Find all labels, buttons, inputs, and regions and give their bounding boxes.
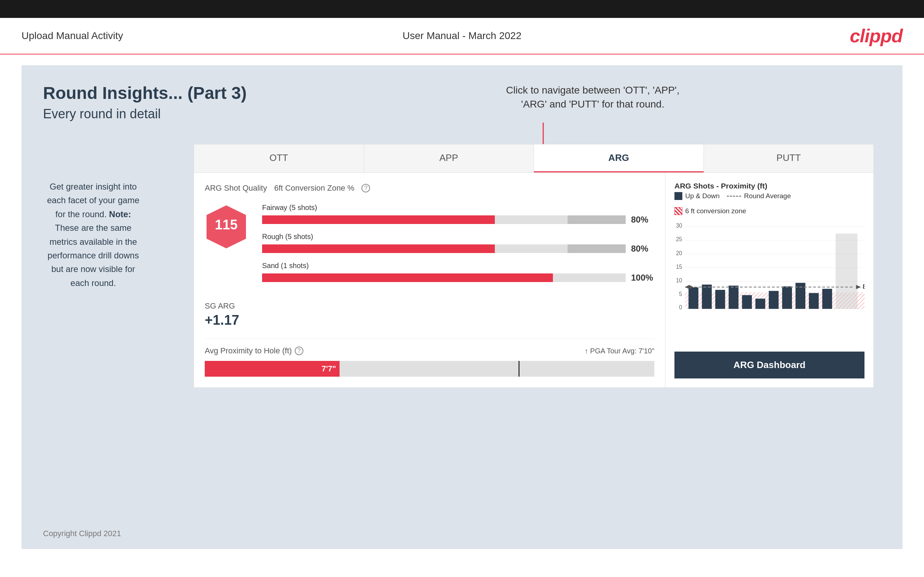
svg-rect-22 [702, 285, 712, 309]
shot-bars: Fairway (5 shots) 80% Rough ( [262, 203, 654, 291]
chart-area: 30 25 20 15 10 5 0 [674, 221, 864, 346]
footer: Copyright Clippd 2021 [43, 529, 121, 538]
header: Upload Manual Activity User Manual - Mar… [0, 18, 924, 55]
svg-rect-23 [715, 290, 725, 309]
legend-round-avg: Round Average [727, 192, 791, 200]
svg-text:25: 25 [676, 236, 682, 242]
proximity-bar-fill: 7'7" [205, 361, 339, 377]
svg-rect-32 [836, 234, 858, 309]
sg-section: SG ARG +1.17 [205, 301, 654, 328]
sand-bar-bg [262, 274, 626, 282]
tab-app[interactable]: APP [364, 144, 534, 172]
tab-arg[interactable]: ARG [534, 144, 704, 172]
svg-rect-21 [688, 287, 698, 309]
sand-pct: 100% [631, 273, 654, 283]
rough-pct: 80% [631, 244, 654, 254]
proximity-value: 7'7" [321, 364, 336, 374]
rough-label: Rough (5 shots) [262, 232, 654, 241]
legend-6ft-zone: 6 ft conversion zone [674, 207, 746, 215]
conversion-zone-label: 6ft Conversion Zone % [274, 184, 355, 193]
rough-bar-bg [262, 244, 626, 253]
proximity-bar-bg: 7'7" [205, 361, 654, 377]
legend-round-avg-label: Round Average [744, 192, 791, 200]
legend-hatch-icon [674, 207, 682, 215]
main-card: OTT APP ARG PUTT ARG Shot Quality 6ft Co… [194, 144, 874, 388]
rough-bar-fill [262, 244, 495, 253]
sand-bar-row: 100% [262, 273, 654, 283]
fairway-bar-fill [262, 215, 495, 224]
shot-quality-label: ARG Shot Quality [205, 184, 267, 193]
proximity-help-icon[interactable]: ? [295, 347, 303, 355]
shot-row-sand: Sand (1 shots) 100% [262, 262, 654, 283]
page-title: Round Insights... (Part 3) [43, 83, 881, 103]
left-panel: ARG Shot Quality 6ft Conversion Zone % ?… [194, 173, 666, 387]
shot-row-fairway: Fairway (5 shots) 80% [262, 203, 654, 225]
shot-row-rough: Rough (5 shots) 80% [262, 232, 654, 254]
chart-svg: 30 25 20 15 10 5 0 [674, 221, 864, 314]
rough-bar-gray [568, 244, 626, 253]
clippd-logo: clippd [850, 25, 903, 47]
nav-tooltip: Click to navigate between 'OTT', 'APP', … [506, 83, 680, 111]
sg-label: SG ARG [205, 301, 654, 311]
svg-text:115: 115 [215, 217, 237, 232]
fairway-bar-gray [568, 215, 626, 224]
hexagon-container: 115 [205, 203, 248, 250]
svg-rect-24 [729, 285, 738, 309]
nav-tooltip-line1: Click to navigate between 'OTT', 'APP', [506, 83, 680, 97]
svg-text:8: 8 [863, 283, 864, 290]
top-bar [0, 0, 924, 18]
svg-rect-26 [756, 298, 765, 309]
tab-putt[interactable]: PUTT [704, 144, 874, 172]
svg-text:5: 5 [679, 291, 682, 297]
hexagon-svg: 115 [205, 203, 248, 250]
fairway-bar-row: 80% [262, 215, 654, 225]
rough-bar-row: 80% [262, 244, 654, 254]
help-icon[interactable]: ? [362, 184, 370, 192]
proximity-label-text: Avg Proximity to Hole (ft) [205, 346, 292, 356]
sg-value: +1.17 [205, 313, 654, 328]
page-subtitle: Every round in detail [43, 106, 881, 121]
svg-text:20: 20 [676, 250, 682, 256]
sand-label: Sand (1 shots) [262, 262, 654, 270]
legend-up-down-label: Up & Down [685, 192, 720, 200]
chart-header: ARG Shots - Proximity (ft) [674, 182, 864, 190]
svg-text:0: 0 [679, 304, 682, 310]
svg-rect-28 [782, 286, 792, 309]
pga-avg: ↑ PGA Tour Avg: 7'10" [585, 347, 654, 355]
svg-rect-30 [809, 293, 819, 309]
upload-manual-label[interactable]: Upload Manual Activity [21, 30, 123, 42]
svg-text:10: 10 [676, 277, 682, 284]
copyright-text: Copyright Clippd 2021 [43, 529, 121, 538]
svg-text:15: 15 [676, 264, 682, 270]
panel-header: ARG Shot Quality 6ft Conversion Zone % ? [205, 184, 654, 193]
fairway-label: Fairway (5 shots) [262, 203, 654, 212]
svg-rect-25 [742, 295, 751, 309]
legend-up-down: Up & Down [674, 192, 720, 200]
manual-title: User Manual - March 2022 [403, 30, 521, 42]
arg-dashboard-btn[interactable]: ARG Dashboard [674, 351, 864, 379]
card-body: ARG Shot Quality 6ft Conversion Zone % ?… [194, 173, 874, 387]
nav-tooltip-line2: 'ARG' and 'PUTT' for that round. [506, 97, 680, 111]
proximity-section: Avg Proximity to Hole (ft) ? ↑ PGA Tour … [205, 338, 654, 377]
proximity-label: Avg Proximity to Hole (ft) ? [205, 346, 303, 356]
left-description: Get greater insight into each facet of y… [43, 180, 144, 290]
sand-bar-fill [262, 274, 553, 282]
legend-dashed-icon [727, 196, 741, 197]
svg-rect-31 [822, 289, 832, 309]
score-section: 115 Fairway (5 shots) [205, 203, 654, 291]
note-bold: Note: [109, 209, 131, 219]
main-content: Round Insights... (Part 3) Every round i… [21, 65, 903, 549]
right-panel: ARG Shots - Proximity (ft) Up & Down Rou… [666, 173, 874, 387]
proximity-header: Avg Proximity to Hole (ft) ? ↑ PGA Tour … [205, 346, 654, 356]
proximity-cursor [519, 361, 520, 377]
tabs-row: OTT APP ARG PUTT [194, 144, 874, 173]
svg-text:30: 30 [676, 222, 682, 229]
svg-marker-35 [856, 285, 861, 289]
legend-row: Up & Down Round Average 6 ft conversion … [674, 192, 864, 215]
tab-ott[interactable]: OTT [194, 144, 364, 172]
legend-square-icon [674, 192, 682, 200]
fairway-bar-bg [262, 215, 626, 224]
svg-rect-27 [769, 291, 779, 309]
legend-6ft-label: 6 ft conversion zone [685, 207, 746, 215]
fairway-pct: 80% [631, 215, 654, 225]
